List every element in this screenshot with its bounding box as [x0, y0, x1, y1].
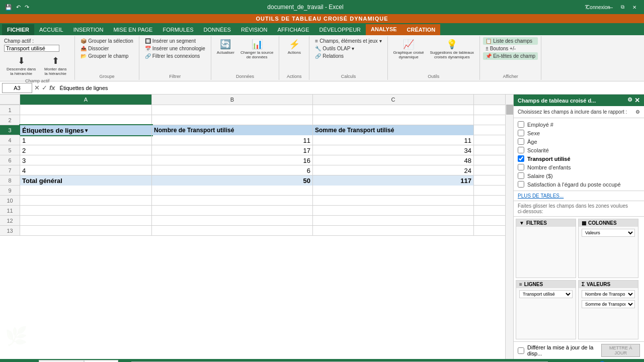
cell-c4[interactable]: 11 [313, 135, 474, 145]
cell-c2[interactable] [313, 115, 474, 125]
cell-b7[interactable]: 6 [152, 165, 313, 175]
champs-elements-btn[interactable]: ≡ Champs, éléments et jeux ▾ [312, 37, 384, 45]
tab-formules[interactable]: FORMULES [157, 24, 198, 35]
cell-c9[interactable] [313, 186, 474, 196]
field-checkbox-sexe[interactable] [518, 130, 524, 136]
cell-c10[interactable] [313, 196, 474, 206]
dissocier-btn[interactable]: 📤 Dissocier [78, 45, 136, 52]
cell-b8[interactable]: 50 [152, 175, 313, 186]
changer-source-btn[interactable]: 📊 Changer la sourcede données [238, 37, 276, 61]
tab-revision[interactable]: RÉVISION [236, 24, 273, 35]
tab-donnees[interactable]: DONNÉES [199, 24, 236, 35]
cell-a12[interactable] [20, 216, 152, 226]
tab-accueil[interactable]: ACCUEIL [34, 24, 68, 35]
field-checkbox-employe[interactable] [518, 121, 524, 128]
cell-b3[interactable]: Nombre de Transport utilisé [152, 125, 313, 135]
undo-btn[interactable]: ↶ [15, 3, 22, 12]
descendre-btn[interactable]: ⬇ Descendre dansla hiérarchie [4, 54, 38, 77]
cell-b10[interactable] [152, 196, 313, 206]
cell-a3[interactable]: Étiquettes de lignes ▼ [20, 125, 152, 135]
cell-c8[interactable]: 117 [313, 175, 474, 186]
cell-a11[interactable] [20, 206, 152, 216]
somme-transport-select[interactable]: Somme de Transport... [582, 300, 635, 308]
cell-a7[interactable]: 4 [20, 165, 152, 175]
cell-a5[interactable]: 2 [20, 145, 152, 155]
tab-creation[interactable]: CRÉATION [402, 24, 441, 35]
cell-a8[interactable]: Total général [20, 175, 152, 186]
inserer-segment-btn[interactable]: 🔲 Insérer un segment [142, 37, 208, 45]
cell-a1[interactable] [20, 105, 152, 115]
en-tetes-btn[interactable]: 📌 En-têtes de champ [483, 52, 538, 60]
actualiser-btn[interactable]: 🔄 Actualiser [214, 37, 237, 56]
sheet-tab-transport[interactable]: Transport [84, 360, 119, 362]
cell-b11[interactable] [152, 206, 313, 216]
olap-btn[interactable]: 🔧 Outils OLAP ▾ [312, 45, 384, 52]
field-checkbox-satisfaction[interactable] [518, 181, 524, 188]
maximize-btn[interactable]: ⧉ [617, 3, 628, 12]
tab-analyse[interactable]: ANALYSE [366, 24, 402, 35]
name-box[interactable] [2, 83, 32, 93]
boutons-btn[interactable]: ± Boutons +/- [483, 45, 538, 52]
save-btn[interactable]: 💾 [4, 3, 13, 12]
formula-input[interactable] [57, 83, 642, 93]
col-header-b[interactable]: B [152, 95, 313, 105]
champ-actif-input[interactable] [4, 45, 59, 52]
plus-de-tables-btn[interactable]: PLUS DE TABLES... [514, 191, 644, 201]
field-checkbox-enfants[interactable] [518, 164, 524, 170]
tab-mise-en-page[interactable]: MISE EN PAGE [108, 24, 157, 35]
fx-confirm-icon[interactable]: ✓ [42, 84, 47, 92]
pivot-settings-icon[interactable]: ⚙ [627, 97, 632, 104]
filtrer-connexions-btn[interactable]: 🔗 Filtrer les connexions [142, 52, 208, 60]
monter-btn[interactable]: ⬆ Monter dansla hiérarchie [40, 54, 70, 77]
pivot-close-icon[interactable]: ✕ [634, 97, 640, 104]
vertical-scrollbar[interactable] [505, 95, 513, 359]
valeurs-select[interactable]: Valeurs [582, 229, 635, 237]
inserer-chronologie-btn[interactable]: 📅 Insérer une chronologie [142, 45, 208, 52]
cell-c6[interactable]: 48 [313, 155, 474, 165]
fx-icon[interactable]: fx [49, 84, 55, 92]
sheet-tab-recensement[interactable]: Recensement [39, 360, 84, 362]
suggestions-btn[interactable]: 💡 Suggestions de tableauxcroisés dynamiq… [428, 37, 477, 61]
cell-a10[interactable] [20, 196, 152, 206]
cell-b5[interactable]: 17 [152, 145, 313, 155]
field-checkbox-age[interactable] [518, 138, 524, 145]
pivot-settings-small[interactable]: ⚙ [635, 109, 640, 115]
field-checkbox-scolarite[interactable] [518, 147, 524, 153]
grouper-selection-btn[interactable]: 📦 Grouper la sélection [78, 37, 136, 45]
cell-a2[interactable] [20, 115, 152, 125]
close-btn[interactable]: ✕ [629, 3, 640, 12]
cell-c7[interactable]: 24 [313, 165, 474, 175]
col-header-a[interactable]: A [20, 95, 152, 105]
cell-a13[interactable] [20, 226, 152, 236]
transport-select[interactable]: Transport utilisé [519, 290, 573, 298]
nombre-transport-select[interactable]: Nombre de Transpor... [582, 290, 635, 298]
cell-c5[interactable]: 34 [313, 145, 474, 155]
relations-btn[interactable]: 🔗 Relations [312, 52, 384, 60]
cell-b1[interactable] [152, 105, 313, 115]
update-btn[interactable]: METTRE À JOUR [601, 344, 640, 357]
cell-c11[interactable] [313, 206, 474, 216]
actions-btn[interactable]: ⚡ Actions [285, 37, 303, 56]
cell-a6[interactable]: 3 [20, 155, 152, 165]
cell-b4[interactable]: 11 [152, 135, 313, 145]
cell-c3[interactable]: Somme de Transport utilisé [313, 125, 474, 135]
fx-cancel-icon[interactable]: ✕ [34, 84, 40, 92]
tab-developpeur[interactable]: DÉVELOPPEUR [314, 24, 366, 35]
graphique-croise-btn[interactable]: 📈 Graphique croisédynamique [391, 37, 427, 61]
liste-champs-btn[interactable]: 📋 Liste des champs [483, 37, 538, 45]
add-sheet-btn[interactable]: + [118, 360, 129, 362]
cell-c13[interactable] [313, 226, 474, 236]
field-checkbox-salaire[interactable] [518, 172, 524, 179]
tab-affichage[interactable]: AFFICHAGE [273, 24, 314, 35]
cell-c1[interactable] [313, 105, 474, 115]
cell-b13[interactable] [152, 226, 313, 236]
redo-btn[interactable]: ↷ [24, 3, 30, 12]
cell-a4[interactable]: 1 [20, 135, 152, 145]
cell-c12[interactable] [313, 216, 474, 226]
defer-checkbox[interactable] [518, 347, 524, 354]
cell-b2[interactable] [152, 115, 313, 125]
connexion-btn[interactable]: Connexion [593, 3, 604, 12]
col-header-c[interactable]: C [313, 95, 474, 105]
cell-b6[interactable]: 16 [152, 155, 313, 165]
tab-fichier[interactable]: FICHIER [2, 24, 34, 35]
